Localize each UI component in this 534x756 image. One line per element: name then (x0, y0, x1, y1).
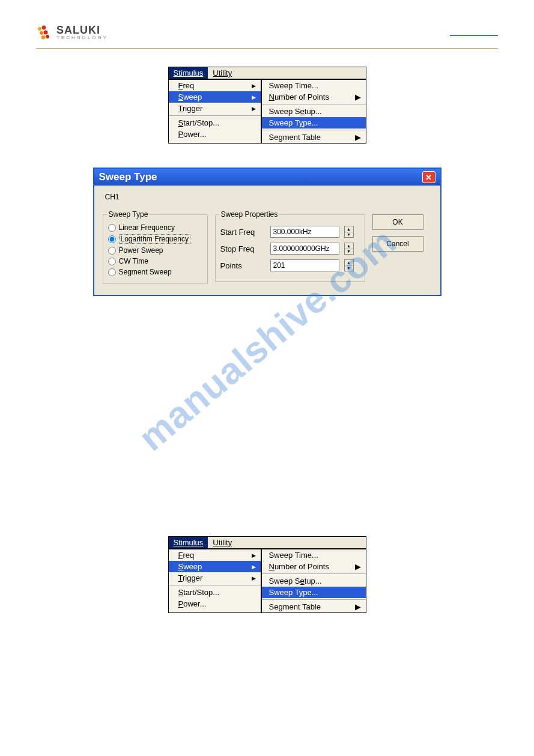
logo-sub: TECHNOLOGY (56, 35, 108, 40)
sm-segment-table-2[interactable]: Segment Table▶ (262, 601, 366, 612)
page-header: SALUKI TECHNOLOGY (36, 24, 498, 49)
spinner-down-icon: ▼ (345, 266, 353, 271)
points-label: Points (220, 261, 265, 270)
start-freq-label: Start Freq (220, 228, 265, 237)
sm-sweep-time-2[interactable]: Sweep Time... (262, 549, 366, 561)
svg-point-3 (44, 31, 48, 35)
dropdown-stimulus: Freq▶ Sweep▶ Trigger▶ Start/Stop... Powe… (168, 79, 261, 144)
radio-power[interactable]: Power Sweep (108, 246, 202, 255)
dd-trigger[interactable]: Trigger▶ (169, 103, 261, 114)
points-input[interactable] (270, 259, 339, 271)
dd-power-2[interactable]: Power... (169, 598, 261, 609)
menubar: Stimulus Utility (168, 67, 366, 79)
spinner-down-icon: ▼ (345, 232, 353, 238)
dd-trigger-2[interactable]: Trigger▶ (169, 572, 261, 584)
header-accent-rule (450, 35, 498, 36)
menu-utility-2[interactable]: Utility (208, 537, 237, 548)
sm-sweep-type-2[interactable]: Sweep Type... (262, 587, 366, 598)
sm-sweep-setup[interactable]: Sweep Setup... (262, 106, 366, 117)
close-button[interactable]: ✕ (422, 171, 435, 183)
svg-point-4 (41, 35, 46, 40)
chevron-right-icon: ▶ (252, 106, 256, 112)
spinner-up-icon: ▲ (345, 260, 353, 266)
start-freq-input[interactable] (270, 226, 339, 238)
chevron-right-icon: ▶ (355, 602, 361, 611)
start-freq-spinner[interactable]: ▲▼ (344, 226, 354, 238)
stop-freq-label: Stop Freq (220, 244, 265, 253)
logo-name: SALUKI (56, 25, 108, 35)
chevron-right-icon: ▶ (252, 552, 256, 558)
group-sweep-properties: Sweep Properties Start Freq ▲▼ Stop Freq… (215, 214, 365, 282)
cancel-button[interactable]: Cancel (372, 236, 423, 252)
dd-sweep[interactable]: Sweep▶ (169, 91, 261, 103)
group-sweep-type-legend: Sweep Type (107, 210, 150, 219)
sm-sweep-time[interactable]: Sweep Time... (262, 80, 366, 91)
chevron-right-icon: ▶ (252, 575, 256, 581)
svg-point-0 (38, 27, 41, 31)
stop-freq-spinner[interactable]: ▲▼ (344, 243, 354, 255)
logo-text: SALUKI TECHNOLOGY (56, 25, 108, 40)
points-spinner[interactable]: ▲▼ (344, 259, 354, 271)
radio-segment[interactable]: Segment Sweep (108, 268, 202, 276)
dd-freq[interactable]: Freq▶ (169, 80, 261, 91)
dd-startstop-2[interactable]: Start/Stop... (169, 587, 261, 598)
svg-point-2 (40, 31, 43, 35)
spinner-down-icon: ▼ (345, 249, 353, 255)
dd-startstop[interactable]: Start/Stop... (169, 117, 261, 129)
logo-icon (36, 24, 53, 41)
dialog-title: Sweep Type (99, 171, 157, 183)
svg-point-1 (42, 26, 46, 30)
menu-stimulus[interactable]: Stimulus (169, 67, 208, 79)
spinner-up-icon: ▲ (345, 243, 353, 249)
radio-cw[interactable]: CW Time (108, 257, 202, 265)
menu-utility[interactable]: Utility (208, 67, 237, 79)
chevron-right-icon: ▶ (252, 83, 256, 89)
menu-stimulus-2[interactable]: Stimulus (169, 537, 208, 548)
stop-freq-input[interactable] (270, 243, 339, 255)
chevron-right-icon: ▶ (355, 562, 361, 571)
dropdown-stimulus-2: Freq▶ Sweep▶ Trigger▶ Start/Stop... Powe… (168, 549, 261, 613)
radio-log[interactable]: Logarithm Frequency (108, 234, 202, 244)
sm-sweep-type[interactable]: Sweep Type... (262, 117, 366, 129)
submenu-sweep: Sweep Time... Number of Points▶ Sweep Se… (261, 79, 366, 144)
chevron-right-icon: ▶ (252, 564, 256, 570)
close-icon: ✕ (425, 173, 432, 182)
dialog-titlebar: Sweep Type ✕ (94, 169, 440, 186)
channel-label: CH1 (105, 193, 432, 201)
submenu-sweep-2: Sweep Time... Number of Points▶ Sweep Se… (261, 549, 366, 613)
dd-sweep-2[interactable]: Sweep▶ (169, 561, 261, 572)
dd-power[interactable]: Power... (169, 129, 261, 140)
chevron-right-icon: ▶ (355, 92, 361, 101)
group-sweep-type: Sweep Type Linear Frequency Logarithm Fr… (103, 214, 208, 284)
dd-freq-2[interactable]: Freq▶ (169, 549, 261, 561)
sm-num-points[interactable]: Number of Points▶ (262, 91, 366, 103)
menubar-2: Stimulus Utility (168, 536, 366, 549)
spinner-up-icon: ▲ (345, 226, 353, 232)
sm-sweep-setup-2[interactable]: Sweep Setup... (262, 575, 366, 587)
chevron-right-icon: ▶ (355, 133, 361, 142)
radio-linear[interactable]: Linear Frequency (108, 223, 202, 232)
ok-button[interactable]: OK (372, 214, 423, 230)
svg-point-5 (46, 35, 49, 38)
sm-segment-table[interactable]: Segment Table▶ (262, 132, 366, 143)
group-sweep-props-legend: Sweep Properties (219, 210, 280, 219)
dialog-sweep-type: Sweep Type ✕ CH1 Sweep Type Linear Frequ… (93, 168, 441, 296)
sm-num-points-2[interactable]: Number of Points▶ (262, 561, 366, 572)
chevron-right-icon: ▶ (252, 94, 256, 100)
